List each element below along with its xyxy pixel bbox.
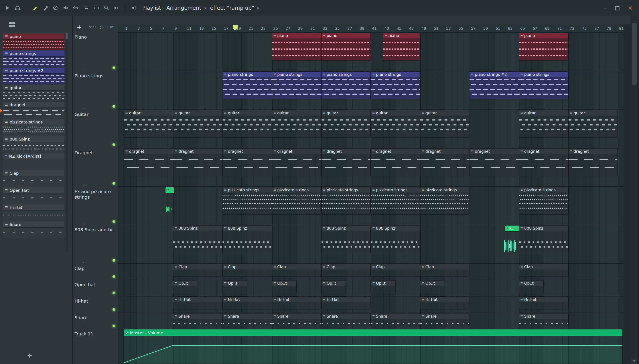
clip-header[interactable]: ≡Snare [322,314,371,319]
pattern-clip[interactable]: ≡Hi-Hat [420,297,469,309]
track-enable-led[interactable] [113,66,115,69]
clip-header[interactable]: ≡Hi-Hat [420,297,469,302]
pattern-clip[interactable]: ≡piano [272,33,321,60]
pattern-clip[interactable]: ≡piano strings [371,72,420,99]
zoom-tool-icon[interactable] [103,4,110,11]
pattern-clip[interactable]: ≡piano [383,33,420,60]
pattern-clip[interactable]: ≡Hi-Hat [272,297,321,309]
pattern-clip[interactable]: ≡808 Spinz [371,226,420,253]
pattern-clip[interactable]: ≡808 Spinz [322,226,371,253]
pattern-item-header[interactable]: ≡piano strings [3,50,65,56]
track-enable-led[interactable] [113,144,115,146]
pattern-clip[interactable]: ≡piano strings [272,72,321,99]
clip-header[interactable]: ≡guitar [420,110,469,116]
pattern-clip[interactable]: ≡dragnet [322,148,371,176]
clip-header[interactable]: ≡piano strings [272,72,321,77]
clip-header[interactable]: ≡piano strings #2 [470,72,519,77]
pattern-clip[interactable]: ≡dragnet [371,148,420,176]
pattern-item-header[interactable]: ≡Snare [3,222,65,227]
track-name[interactable]: Fx and pizzicato strings [73,187,118,200]
clip-header[interactable]: ≡Hi-Hat [173,297,222,302]
minimize-button[interactable]: – [604,5,607,10]
track-enable-led[interactable] [113,182,115,185]
pattern-clip[interactable]: ≡Op..t [519,281,543,293]
pattern-clip[interactable]: ≡Clap [371,264,420,276]
pattern-item[interactable]: ≡Hi-Hat [3,204,65,221]
clip-header[interactable]: ≡Snare [371,314,420,319]
clip-header[interactable]: ≡Op..t [173,281,197,286]
pattern-clip[interactable]: ≡guitar [223,110,272,137]
track-name[interactable]: Hi-hat [73,296,118,304]
pattern-item-header[interactable]: •MZ Kick [Ardist] [3,153,65,159]
clip-header[interactable]: ≡pizzicato strings [420,187,469,193]
clip-header[interactable]: ≡dragnet [568,148,617,154]
delete-tool-icon[interactable] [52,4,59,11]
slip-tool-icon[interactable] [73,4,79,11]
clip-header[interactable]: ≡pizzicato strings [371,187,420,193]
clip-header[interactable]: ≡dragnet [223,148,272,154]
pattern-clip[interactable]: ≡piano [322,33,371,60]
pattern-clip[interactable]: ≡guitar [568,110,617,137]
pattern-clip[interactable]: ≡Hi-Hat [322,297,371,309]
headphones-icon[interactable] [14,4,21,11]
breadcrumb-selection[interactable]: effect "ramp up" [210,5,254,11]
clip-header[interactable]: ≡Op..t [223,281,247,286]
track-header[interactable]: Dragnet... [73,148,118,187]
clip-header[interactable]: ≡pizzicato strings [322,187,371,193]
track-enable-led[interactable] [113,105,115,108]
track-header[interactable]: Hi-hat [73,296,118,313]
clip-header[interactable]: ≡piano [519,33,568,38]
pattern-item[interactable]: ≡guitar [3,85,65,101]
pattern-clip[interactable]: ≡dragnet [223,148,272,176]
clip-header[interactable]: ≡piano [322,33,371,38]
clip-header[interactable]: ≡Snare [173,314,222,319]
pattern-clip[interactable]: ≡Op..t [173,281,197,293]
clip-header[interactable]: ≡Clap [322,264,371,270]
pattern-item-header[interactable]: ≡pizzicato strings [3,119,65,124]
close-button[interactable]: × [628,5,632,10]
pattern-clip[interactable]: ≡Clap [420,264,469,276]
pattern-clip[interactable]: ≡Hi-Hat [519,297,568,309]
audio-waveform[interactable] [504,240,516,252]
pattern-clip[interactable]: ≡pizzicato strings [223,187,272,214]
clip-header[interactable]: ≡Clap [173,264,222,270]
pattern-list-scrollbar[interactable] [66,34,68,252]
track-header[interactable]: Fx and pizzicato strings... [73,187,118,225]
pattern-clip[interactable]: ≡Snare [371,314,420,326]
pattern-clip[interactable]: ≡guitar [519,110,568,137]
vertical-scrollbar-thumb[interactable] [632,23,636,85]
clip-header[interactable]: ≡Snare [272,314,321,319]
pattern-list-scrollbar-thumb[interactable] [66,34,68,39]
clip-header[interactable]: ≡dragnet [519,148,568,154]
track-enable-led[interactable] [113,275,115,278]
pattern-clip[interactable]: ≡Snare [519,314,568,326]
pattern-clip[interactable]: ≡guitar [173,110,222,137]
vertical-scrollbar[interactable]: ▾ [631,16,637,364]
track-enable-led[interactable] [113,220,115,223]
pattern-clip[interactable]: ≡808 Spinz [173,226,222,253]
pattern-picker-icon[interactable] [9,22,16,27]
pattern-clip[interactable]: ≡guitar [420,110,469,137]
pattern-clip[interactable]: ≡Snare [420,314,469,326]
pattern-clip[interactable]: ≡dragnet [272,148,321,176]
track-header[interactable]: Track 11 [73,330,118,364]
pattern-item[interactable]: ≡piano strings #2 [3,68,65,84]
pattern-clip[interactable]: ≡Op..t [223,281,247,293]
pattern-item[interactable]: ≡Snare [3,222,65,238]
pattern-clip[interactable]: ≡808 Spinz [223,226,272,253]
step-toggle[interactable] [100,26,103,29]
track-name[interactable]: Piano [73,32,118,40]
pattern-clip[interactable]: ≡Clap [173,264,222,276]
pattern-clip[interactable]: ≡Hi-Hat [173,297,222,309]
track-header[interactable]: Snare... [73,313,118,329]
pattern-clip[interactable]: ≡808 Spinz [519,226,568,253]
track-header[interactable]: Clap [73,264,118,280]
track-name[interactable]: Open hat [73,280,118,288]
clip-header[interactable]: ≡pizzicato strings [519,187,568,193]
pattern-item[interactable]: ≡Clap [3,170,65,187]
pattern-item[interactable]: ≡808 Spinz [3,136,65,152]
pattern-clip[interactable]: ≡Clap [223,264,272,276]
pattern-clip[interactable]: ≡Snare [223,314,272,326]
clip-header[interactable]: ≡guitar [322,110,371,116]
track-header[interactable]: Piano... [73,32,118,71]
